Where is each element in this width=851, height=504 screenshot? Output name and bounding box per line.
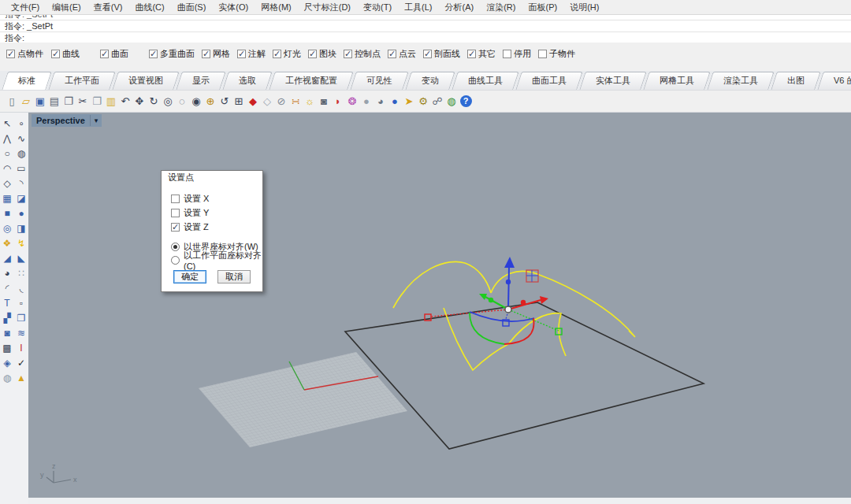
toolbar-tab[interactable]: 出图: [771, 72, 820, 90]
sidebar-tool-icon[interactable]: ↖: [0, 116, 14, 131]
toolbar-icon[interactable]: ✂: [76, 93, 90, 110]
toolbar-tab[interactable]: 渲染工具: [707, 72, 774, 90]
filter-checkbox[interactable]: 网格: [202, 48, 230, 60]
menu-item[interactable]: 文件(F): [5, 0, 46, 15]
sidebar-tool-icon[interactable]: ▫: [14, 295, 28, 310]
menu-item[interactable]: 尺寸标注(D): [298, 0, 357, 15]
toolbar-icon[interactable]: ▤: [47, 93, 61, 110]
toolbar-icon[interactable]: ◇: [260, 93, 274, 110]
sidebar-tool-icon[interactable]: ❖: [0, 235, 14, 250]
set-axis-checkbox[interactable]: 设置 Z: [171, 220, 262, 234]
sidebar-tool-icon[interactable]: T: [0, 295, 14, 310]
toolbar-icon[interactable]: ❂: [345, 93, 359, 110]
toolbar-icon[interactable]: ▣: [33, 93, 47, 110]
sidebar-tool-icon[interactable]: ≋: [14, 325, 28, 340]
toolbar-icon[interactable]: ▯: [5, 93, 19, 110]
sidebar-tool-icon[interactable]: ◈: [0, 355, 14, 370]
toolbar-icon[interactable]: ↶: [118, 93, 132, 110]
plane-surface-outline[interactable]: [345, 302, 704, 449]
sidebar-tool-icon[interactable]: ◕: [0, 265, 14, 280]
sidebar-tool-icon[interactable]: ▞: [0, 310, 14, 325]
sidebar-tool-icon[interactable]: ▩: [0, 340, 14, 355]
toolbar-icon[interactable]: ☍: [430, 93, 444, 110]
toolbar-tab[interactable]: 曲线工具: [452, 72, 518, 90]
toolbar-icon[interactable]: ◗: [331, 93, 345, 110]
filter-checkbox[interactable]: 曲面: [100, 48, 128, 60]
menu-item[interactable]: 分析(A): [439, 0, 481, 15]
selected-curves[interactable]: [393, 261, 635, 370]
align-radio[interactable]: 以工作平面座标对齐(C): [171, 254, 262, 267]
toolbar-icon[interactable]: ●: [388, 93, 402, 110]
toolbar-icon[interactable]: ⊞: [232, 93, 246, 110]
sidebar-tool-icon[interactable]: ◍: [0, 370, 14, 385]
toolbar-icon[interactable]: ●: [359, 93, 373, 110]
filter-checkbox[interactable]: 灯光: [273, 48, 301, 60]
gumball-y-arrow[interactable]: [479, 294, 508, 309]
filter-checkbox[interactable]: 图块: [308, 48, 336, 60]
toolbar-icon[interactable]: ⚙: [416, 93, 430, 110]
toolbar-icon[interactable]: ◉: [189, 93, 203, 110]
gumball-origin-handle[interactable]: [505, 306, 511, 313]
menu-item[interactable]: 编辑(E): [46, 0, 87, 15]
sidebar-tool-icon[interactable]: ❐: [14, 310, 28, 325]
toolbar-tab[interactable]: 可见性: [350, 72, 408, 90]
toolbar-tab[interactable]: 网格工具: [643, 72, 710, 90]
menu-item[interactable]: 查看(V): [87, 0, 129, 15]
filter-checkbox[interactable]: 剖面线: [423, 48, 460, 60]
sidebar-tool-icon[interactable]: ▲: [14, 370, 28, 385]
sidebar-tool-icon[interactable]: ◍: [14, 146, 28, 161]
sidebar-tool-icon[interactable]: ∘: [14, 116, 28, 131]
gumball[interactable]: [425, 257, 562, 344]
toolbar-icon[interactable]: ▥: [104, 93, 118, 110]
filter-checkbox[interactable]: 子物件: [538, 48, 575, 60]
toolbar-icon[interactable]: ❐: [90, 93, 104, 110]
sidebar-tool-icon[interactable]: ■: [0, 206, 14, 220]
toolbar-tab[interactable]: 工作平面: [48, 72, 115, 90]
sidebar-tool-icon[interactable]: ◢: [0, 250, 14, 265]
toolbar-tab[interactable]: 标准: [2, 72, 51, 90]
toolbar-icon[interactable]: ◕: [373, 93, 388, 110]
menu-item[interactable]: 工具(L): [398, 0, 438, 15]
toolbar-tab[interactable]: V6 的新功能: [817, 72, 851, 90]
sidebar-tool-icon[interactable]: ◪: [14, 191, 28, 206]
toolbar-icon[interactable]: ⊕: [203, 93, 217, 110]
sidebar-tool-icon[interactable]: ◜: [0, 280, 14, 295]
toolbar-icon[interactable]: ◆: [246, 93, 260, 110]
sidebar-tool-icon[interactable]: ○: [0, 146, 14, 161]
toolbar-tab[interactable]: 变动: [405, 72, 455, 90]
filter-checkbox[interactable]: 多重曲面: [149, 48, 195, 60]
sidebar-tool-icon[interactable]: ✓: [14, 355, 28, 370]
toolbar-icon[interactable]: ◍: [444, 93, 459, 110]
toolbar-tab[interactable]: 显示: [176, 72, 225, 90]
cancel-button[interactable]: 取消: [217, 270, 251, 284]
sidebar-tool-icon[interactable]: ◣: [14, 250, 28, 265]
menu-item[interactable]: 变动(T): [357, 0, 398, 15]
toolbar-icon[interactable]: ✥: [132, 93, 147, 110]
sidebar-tool-icon[interactable]: ◙: [0, 325, 14, 340]
toolbar-icon[interactable]: ?: [459, 93, 473, 110]
sidebar-tool-icon[interactable]: ⋀: [0, 131, 14, 146]
gumball-x-arrow[interactable]: [508, 296, 548, 309]
toolbar-icon[interactable]: ◙: [317, 93, 331, 110]
ok-button[interactable]: 确定: [173, 270, 206, 284]
sidebar-tool-icon[interactable]: ◇: [0, 176, 14, 191]
viewport-title[interactable]: Perspective ▾: [32, 114, 102, 127]
menu-item[interactable]: 说明(H): [563, 0, 605, 15]
toolbar-tab[interactable]: 工作视窗配置: [269, 72, 353, 90]
set-axis-checkbox[interactable]: 设置 Y: [171, 206, 262, 220]
sidebar-tool-icon[interactable]: ◠: [0, 161, 14, 176]
set-axis-checkbox[interactable]: 设置 X: [171, 191, 262, 206]
sidebar-tool-icon[interactable]: ↯: [14, 235, 28, 250]
toolbar-tab[interactable]: 设置视图: [112, 72, 179, 90]
toolbar-tab[interactable]: 曲面工具: [515, 72, 582, 90]
sidebar-tool-icon[interactable]: I: [14, 340, 28, 355]
toolbar-icon[interactable]: ▱: [19, 93, 33, 110]
gumball-blue-rotate-arc[interactable]: [470, 312, 534, 321]
toolbar-tab[interactable]: 实体工具: [579, 72, 646, 90]
filter-checkbox[interactable]: 点云: [388, 48, 416, 60]
toolbar-icon[interactable]: ☼: [303, 93, 317, 110]
filter-checkbox[interactable]: 控制点: [344, 48, 381, 60]
toolbar-icon[interactable]: ∺: [288, 93, 303, 110]
command-prompt[interactable]: 指令:: [0, 32, 851, 43]
toolbar-tab[interactable]: 选取: [222, 72, 272, 90]
